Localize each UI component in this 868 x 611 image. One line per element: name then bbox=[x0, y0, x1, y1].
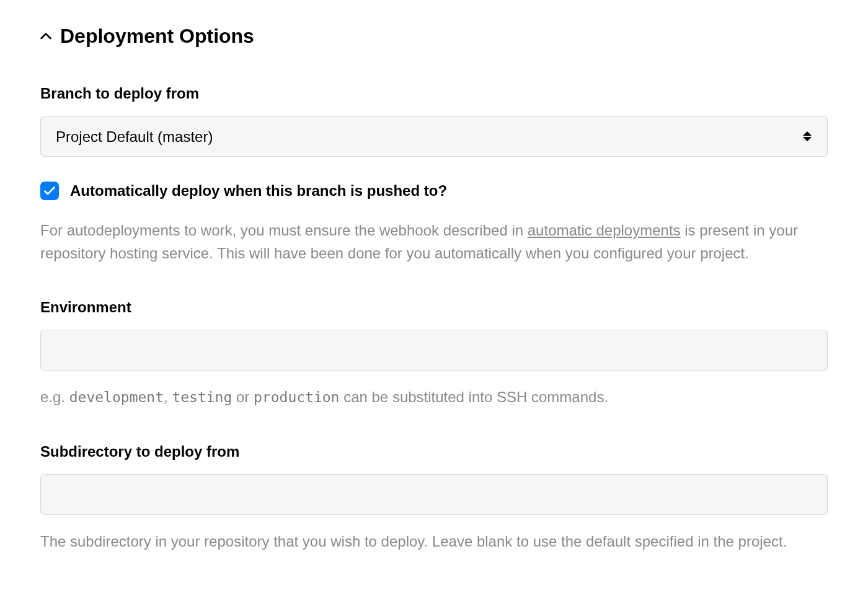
env-hint-code3: production bbox=[254, 389, 339, 405]
branch-select-wrapper: Project Default (master) bbox=[40, 116, 828, 157]
chevron-up-icon bbox=[40, 31, 51, 42]
subdirectory-hint: The subdirectory in your repository that… bbox=[40, 530, 828, 553]
env-hint-sep2: or bbox=[232, 389, 254, 405]
env-hint-code1: development bbox=[69, 389, 164, 405]
section-title: Deployment Options bbox=[60, 25, 254, 48]
field-group-environment: Environment e.g. development, testing or… bbox=[40, 299, 828, 409]
autodeploy-label[interactable]: Automatically deploy when this branch is… bbox=[70, 182, 447, 200]
subdirectory-input[interactable] bbox=[40, 474, 828, 515]
automatic-deployments-link[interactable]: automatic deployments bbox=[528, 222, 681, 239]
autodeploy-checkbox[interactable] bbox=[40, 182, 59, 200]
autodeploy-help-text: For autodeployments to work, you must en… bbox=[40, 219, 828, 265]
branch-label: Branch to deploy from bbox=[40, 85, 828, 102]
subdirectory-label: Subdirectory to deploy from bbox=[40, 443, 828, 460]
autodeploy-help-before: For autodeployments to work, you must en… bbox=[40, 222, 528, 239]
env-hint-suffix: can be substituted into SSH commands. bbox=[339, 389, 608, 405]
field-group-subdirectory: Subdirectory to deploy from The subdirec… bbox=[40, 443, 828, 553]
env-hint-sep1: , bbox=[164, 389, 172, 405]
env-hint-prefix: e.g. bbox=[40, 389, 69, 405]
branch-select[interactable]: Project Default (master) bbox=[40, 116, 828, 157]
field-group-branch: Branch to deploy from Project Default (m… bbox=[40, 85, 828, 157]
env-hint-code2: testing bbox=[172, 389, 232, 405]
autodeploy-row: Automatically deploy when this branch is… bbox=[40, 182, 828, 200]
check-icon bbox=[44, 187, 55, 195]
environment-input[interactable] bbox=[40, 330, 828, 371]
environment-label: Environment bbox=[40, 299, 828, 316]
environment-hint: e.g. development, testing or production … bbox=[40, 385, 828, 409]
section-toggle-deployment-options[interactable]: Deployment Options bbox=[40, 25, 828, 48]
